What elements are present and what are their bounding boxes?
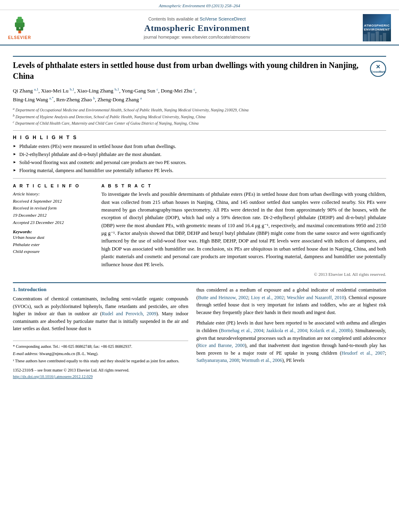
article-info-col: A R T I C L E I N F O Article history: R…	[13, 183, 93, 277]
abstract-col: A B S T R A C T To investigate the level…	[101, 183, 386, 277]
highlight-item-4: Flooring material, dampness and humidifi…	[13, 167, 386, 174]
author-6: Bing-Ling Wang a,*	[13, 97, 53, 103]
top-bar: Atmospheric Environment 69 (2013) 258–26…	[0, 0, 399, 10]
author-8-sup: a	[140, 96, 142, 100]
ref-rice[interactable]: Rice and Barone, 2000	[198, 343, 245, 348]
ref-sathya[interactable]: Sathyanarayana, 2008	[196, 357, 239, 363]
elsevier-label: ELSEVIER	[8, 35, 31, 40]
author-6-sup: a,*	[49, 96, 53, 100]
author-8: Zheng-Dong Zhang a	[97, 97, 142, 103]
keywords-list: Urban house dust Phthalate ester Child e…	[13, 234, 93, 255]
thick-divider-main	[13, 282, 386, 283]
section1-number: 1.	[13, 286, 17, 292]
author-5-sup: c	[193, 87, 195, 91]
svg-rect-2	[15, 22, 25, 27]
article-title-block: ✕ CrossMark Levels of phthalate esters i…	[13, 60, 386, 82]
main-left-col: 1. Introduction Concentrations of chemic…	[13, 286, 188, 380]
ref-bornehag[interactable]: Bornehag et al., 2004	[221, 328, 263, 333]
crossmark-icon: ✕	[376, 64, 380, 70]
svg-rect-9	[376, 31, 379, 41]
header-center: Contents lists available at SciVerse Sci…	[31, 16, 363, 39]
intro-para-3: Phthalate ester (PE) levels in dust have…	[196, 319, 386, 364]
crossmark-badge-container[interactable]: ✕ CrossMark	[370, 61, 386, 77]
main-content: 1. Introduction Concentrations of chemic…	[0, 282, 399, 380]
author-7-sup: b	[93, 96, 95, 100]
ref-rudel[interactable]: Rudel and Perovich, 2009	[102, 311, 156, 316]
cover-title-line1: ATMOSPHERIC	[364, 24, 390, 28]
cover-title-line2: ENVIRONMENT	[364, 28, 390, 32]
author-7: Ren-Zheng Zhao b	[56, 97, 95, 103]
ref-wormuth[interactable]: Wormuth et al., 2006	[241, 357, 282, 363]
article-info-abstract-cols: A R T I C L E I N F O Article history: R…	[13, 183, 386, 277]
ref-kolarik[interactable]: Kolarik et al., 2008b	[310, 328, 351, 333]
section-divider-1	[13, 130, 386, 131]
svg-rect-8	[371, 33, 375, 41]
highlight-item-1: Phthalate esters (PEs) were measured in …	[13, 143, 386, 150]
page-container: Atmospheric Environment 69 (2013) 258–26…	[0, 0, 399, 380]
highlights-title: H I G H L I G H T S	[13, 135, 386, 140]
highlight-item-3: Solid-wood flooring wax and cosmetic and…	[13, 159, 386, 166]
doi-link[interactable]: http://dx.doi.org/10.1016/j.atmosenv.201…	[13, 374, 93, 379]
author-4-sup: c	[156, 87, 158, 91]
highlight-item-2: Di-2-ethylhexyl phthalate and di-n-butyl…	[13, 151, 386, 158]
ref-weschler[interactable]: Weschler and Nazaroff, 2010	[287, 295, 344, 300]
author-4: Yong-Gang Sun c	[121, 88, 158, 94]
author-1: Qi Zhang a,1	[13, 88, 38, 94]
journal-cover-image: ATMOSPHERIC ENVIRONMENT	[363, 14, 391, 41]
svg-rect-7	[368, 32, 370, 41]
abstract-paragraph: To investigate the levels and possible d…	[101, 191, 386, 269]
svg-rect-10	[380, 35, 382, 41]
section1-heading: Introduction	[18, 286, 47, 292]
keyword-1: Urban house dust	[13, 234, 93, 241]
bottom-info: 1352-2310/$ – see front matter © 2013 El…	[13, 367, 188, 380]
affiliations: a Department of Occupational Medicine an…	[13, 107, 386, 126]
elsevier-logo: ELSEVIER	[8, 16, 31, 40]
email-link[interactable]: blwang@njmu.edu.cn	[39, 351, 75, 356]
footnotes-area: * Corresponding author. Tel.: +86 025 86…	[13, 341, 188, 364]
section1-title: 1. Introduction	[13, 286, 188, 293]
issn-line: 1352-2310/$ – see front matter © 2013 El…	[13, 367, 188, 374]
received-date: Received 4 September 2012	[13, 198, 93, 205]
sciverse-link[interactable]: SciVerse ScienceDirect	[200, 16, 245, 21]
elsevier-tree-icon	[10, 16, 29, 35]
cover-skyline-icon	[363, 30, 387, 41]
article-history: Article history: Received 4 September 20…	[13, 191, 93, 226]
journal-title: Atmospheric Environment	[31, 23, 363, 33]
keyword-3: Child exposure	[13, 248, 93, 255]
crossmark-label: CrossMark	[371, 70, 385, 74]
author-3: Xiao-Ling Zhang b,1	[77, 88, 119, 94]
article-info-heading: A R T I C L E I N F O	[13, 183, 93, 188]
ref-lioy[interactable]: Lioy et al., 2002	[251, 295, 284, 300]
authors-line: Qi Zhang a,1, Xiao-Mei Lu b,1, Xiao-Ling…	[13, 86, 386, 104]
ref-butte[interactable]: Butte and Heinzow, 2002	[198, 295, 248, 300]
svg-rect-6	[364, 34, 367, 41]
keywords-label: Keywords:	[13, 229, 93, 234]
svg-point-5	[19, 27, 21, 29]
main-right-col: thus considered as a medium of exposure …	[196, 286, 386, 380]
copyright-line: © 2013 Elsevier Ltd. All rights reserved…	[101, 272, 386, 277]
crossmark-badge: ✕ CrossMark	[370, 61, 386, 77]
ref-heudorf[interactable]: Heudorf et al., 2007	[341, 350, 385, 356]
footnote-email: E-mail address: blwang@njmu.edu.cn (B.-L…	[13, 351, 188, 357]
affiliation-c: c Department of Child Health Care, Mater…	[13, 120, 386, 126]
sciverse-prefix: Contents lists available at	[148, 16, 199, 21]
journal-ref: Atmospheric Environment 69 (2013) 258–26…	[159, 3, 240, 8]
keywords-section: Keywords: Urban house dust Phthalate est…	[13, 229, 93, 255]
abstract-heading: A B S T R A C T	[101, 183, 386, 188]
affiliation-a: a Department of Occupational Medicine an…	[13, 107, 386, 113]
abstract-text: To investigate the levels and possible d…	[101, 191, 386, 269]
doi-line: http://dx.doi.org/10.1016/j.atmosenv.201…	[13, 374, 188, 380]
header-left: ELSEVIER	[8, 16, 31, 40]
section-divider-2	[13, 178, 386, 179]
author-1-sup: a,1	[34, 87, 39, 91]
author-3-sup: b,1	[115, 87, 119, 91]
article-title: Levels of phthalate esters in settled ho…	[13, 60, 386, 82]
svg-rect-4	[18, 16, 22, 19]
intro-para-1: Concentrations of chemical contaminants,…	[13, 295, 188, 333]
revised-label: Received in revised form	[13, 205, 93, 212]
main-two-col: 1. Introduction Concentrations of chemic…	[13, 286, 386, 380]
author-2: Xiao-Mei Lu b,1	[41, 88, 74, 94]
intro-para-2: thus considered as a medium of exposure …	[196, 286, 386, 316]
ref-jaakkola[interactable]: Jaakkola et al., 2004	[266, 328, 307, 333]
sciverse-line: Contents lists available at SciVerse Sci…	[31, 16, 363, 21]
